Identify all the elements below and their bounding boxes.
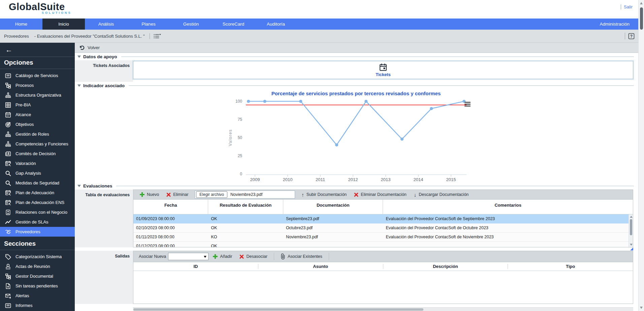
scroll-down-arrow[interactable] (630, 244, 633, 246)
nav-item-auditoria[interactable]: Auditoría (255, 19, 297, 30)
person-badge-icon (5, 209, 11, 215)
desasociar-button[interactable]: Desasociar (236, 254, 270, 259)
column-header-asunto[interactable]: Asunto (258, 264, 383, 269)
table-row[interactable]: 01/12/2023 08:00:00 OK (133, 242, 633, 247)
nav-item-analisis[interactable]: Análisis (85, 19, 127, 30)
nav-item-planes[interactable]: Planes (127, 19, 170, 30)
sidebar-item-catalogo-de-servicios[interactable]: Catálogo de Servicios (0, 71, 75, 80)
sidebar-item-estructura-organizativa[interactable]: Estructura Organizativa (0, 90, 75, 100)
collapse-triangle-icon[interactable] (77, 185, 81, 187)
sidebar-item-competencias-y-funciones[interactable]: Competencias y Funciones (0, 139, 75, 149)
sidebar-back-button[interactable]: ← (0, 43, 75, 57)
nav-spacer (297, 19, 591, 30)
nuevo-button[interactable]: Nuevo (137, 192, 162, 197)
help-button[interactable]: ? (625, 33, 635, 39)
app-logo[interactable]: GlobalSuite SOLUTIONS (9, 2, 72, 14)
x-icon (239, 254, 244, 259)
column-header-descripcion[interactable]: Descripción (383, 264, 508, 269)
descargar-documentacion-button[interactable]: ↓Descargar Documentación (411, 192, 472, 197)
tickets-button-label[interactable]: Tickets (376, 72, 391, 77)
eliminar-documentacion-button[interactable]: Eliminar Documentación (351, 192, 409, 197)
choose-file-button[interactable]: Elegir archivo (196, 191, 227, 198)
sidebar-item-gestion-de-slas[interactable]: Gestión de SLAs (0, 217, 75, 227)
sidebar-item-sin-tareas-pendientes[interactable]: Sin tareas pendientes (0, 281, 75, 291)
sidebar-item-label: Alcance (15, 112, 31, 117)
scrollbar-thumb[interactable] (630, 219, 632, 235)
calendar-cursor-icon (5, 200, 11, 206)
folder-icon (5, 73, 11, 79)
table-row[interactable]: 01/11/2023 08:00:00 KO Noviembre23.pdf E… (133, 233, 633, 242)
sidebar-item-pre-bia[interactable]: Pre-BIA (0, 100, 75, 110)
target-icon (5, 122, 11, 128)
sidebar-item-proveedores[interactable]: Proveedores (0, 227, 75, 237)
nav-item-scorecard[interactable]: ScoreCard (212, 19, 255, 30)
file-input[interactable]: Elegir archivo Noviembre23.pdf (195, 191, 295, 199)
subir-documentacion-button[interactable]: ↑Subir Documentación (298, 192, 350, 197)
tickets-box[interactable]: Tickets (133, 61, 633, 79)
page-vertical-scrollbar[interactable] (638, 0, 644, 311)
x-icon (166, 193, 171, 197)
horizontal-scrollbar[interactable] (133, 307, 633, 311)
sidebar-item-medidas-de-seguridad[interactable]: Medidas de Seguridad (0, 178, 75, 188)
scrollbar-thumb[interactable] (133, 308, 423, 311)
nav-item-inicio[interactable]: Inicio (42, 19, 85, 30)
collapse-triangle-icon[interactable] (77, 84, 81, 87)
table-row[interactable]: 01/09/2023 08:00:00 OK Septiembre23.pdf … (133, 214, 633, 223)
nav-item-gestion[interactable]: Gestión (170, 19, 212, 30)
sidebar-item-plan-de-adecuacion[interactable]: Plan de Adecuación (0, 188, 75, 198)
cell-documentacion: Noviembre23.pdf (283, 235, 383, 239)
collapse-triangle-icon[interactable] (77, 56, 81, 58)
table-row[interactable]: 02/10/2023 08:00:00 OK Octubre23.pdf Eva… (133, 223, 633, 233)
anadir-button[interactable]: Añadir (210, 254, 235, 259)
sidebar-item-valoracion[interactable]: Valoración (0, 159, 75, 168)
column-header-resultado[interactable]: Resultado de Evaluación (208, 200, 283, 214)
sidebar-item-plan-de-adecuacion-ens[interactable]: Plan de Adecuación ENS (0, 198, 75, 207)
plus-icon (213, 254, 218, 259)
sidebar-item-alertas[interactable]: Alertas (0, 291, 75, 301)
scroll-down-arrow[interactable] (640, 307, 643, 309)
sidebar-item-gestion-de-roles[interactable]: Gestión de Roles (0, 129, 75, 139)
indicator-chart: Porcentaje de servicios prestados por te… (75, 89, 644, 182)
toolbar-separator (274, 253, 274, 260)
scrollbar-thumb[interactable] (640, 7, 643, 30)
resize-handle[interactable] (630, 247, 633, 250)
asociar-existentes-label: Asociar Existentes (288, 254, 322, 259)
sidebar-item-alcance[interactable]: Alcance (0, 110, 75, 119)
column-header-tipo[interactable]: Tipo (508, 264, 633, 269)
sidebar-item-informes[interactable]: Informes (0, 301, 75, 310)
sidebar-item-categorizacion-sistema[interactable]: Categorización Sistema (0, 252, 75, 262)
sidebar-item-procesos[interactable]: Procesos (0, 80, 75, 90)
volver-button[interactable]: Volver (88, 45, 100, 50)
asociar-nueva-select[interactable] (168, 253, 208, 260)
chart-menu-button[interactable] (464, 101, 471, 107)
sidebar-item-label: Gestión de Roles (15, 132, 49, 137)
sidebar-item-actas-de-reunion[interactable]: Actas de Reunión (0, 262, 75, 271)
breadcrumb-root[interactable]: Proveedores (4, 34, 29, 39)
undo-icon[interactable] (79, 45, 85, 50)
section-title: Evaluaciones (83, 183, 112, 188)
sidebar-item-label: Pre-BIA (15, 102, 31, 107)
svg-text:?: ? (630, 34, 633, 39)
sidebar-item-relaciones-con-el-negocio[interactable]: Relaciones con el Negocio (0, 207, 75, 217)
asociar-existentes-button[interactable]: Asociar Existentes (278, 253, 325, 260)
salidas-label: Salidas (75, 251, 133, 304)
scroll-up-arrow[interactable] (630, 216, 633, 218)
nav-item-home[interactable]: Home (0, 19, 42, 30)
scroll-up-arrow[interactable] (640, 2, 643, 4)
sidebar-item-gestor-documental[interactable]: Gestor Documental (0, 271, 75, 281)
nuevo-label: Nuevo (147, 192, 159, 197)
column-header-documentacion[interactable]: Documentación (283, 200, 383, 214)
list-menu-icon[interactable] (150, 33, 161, 39)
main-nav: Home Inicio Análisis Planes Gestión Scor… (0, 19, 644, 30)
svg-text:2013: 2013 (381, 177, 391, 182)
column-header-id[interactable]: ID (133, 264, 258, 269)
nav-item-administracion[interactable]: Administración (591, 19, 638, 30)
sidebar-item-comites-de-decision[interactable]: Comités de Decisión (0, 149, 75, 159)
column-header-comentarios[interactable]: Comentarios (383, 200, 633, 214)
column-header-fecha[interactable]: Fecha (133, 200, 208, 214)
eliminar-button[interactable]: Eliminar (163, 192, 191, 197)
table-vertical-scrollbar[interactable] (629, 214, 633, 247)
sidebar-item-gap-analysis[interactable]: Gap Analysis (0, 168, 75, 178)
sidebar-item-objetivos[interactable]: Objetivos (0, 119, 75, 129)
logout-link[interactable]: Salir (621, 4, 633, 9)
